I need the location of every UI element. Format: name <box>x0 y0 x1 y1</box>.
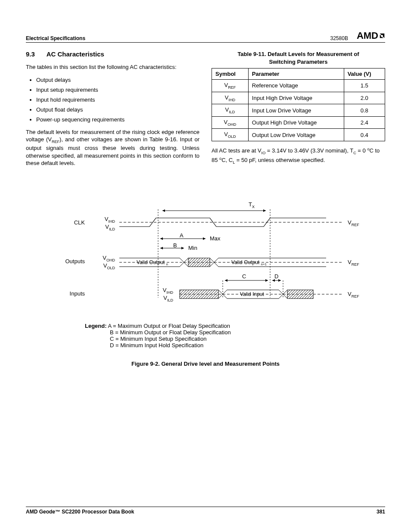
amd-arrow-icon <box>379 33 385 39</box>
col-value: Value (V) <box>344 68 385 80</box>
svg-text:VIHD: VIHD <box>163 287 174 295</box>
default-levels-paragraph: The default levels for measurement of th… <box>26 128 199 167</box>
header-right: 32580B AMD <box>330 30 385 41</box>
figure-legend: Legend: A = Maximum Output or Float Dela… <box>85 323 326 348</box>
page: Electrical Specifications 32580B AMD 9.3… <box>0 0 411 532</box>
header-section-name: Electrical Specifications <box>26 35 85 41</box>
page-footer: AMD Geode™ SC2200 Processor Data Book 38… <box>26 507 385 515</box>
svg-text:VREF: VREF <box>348 219 359 227</box>
table-row: VREF Reference Voltage 1.5 <box>212 80 385 92</box>
doc-number: 32580B <box>330 35 348 41</box>
list-item: Output float delays <box>36 106 199 113</box>
outputs-label: Outputs <box>65 258 85 264</box>
page-header: Electrical Specifications 32580B AMD <box>26 30 385 43</box>
test-conditions-note: All AC tests are at VIO = 3.14V to 3.46V… <box>212 146 385 165</box>
inputs-label: Inputs <box>70 290 85 297</box>
left-column: 9.3 AC Characteristics The tables in thi… <box>26 50 199 173</box>
svg-text:Valid Output n+1: Valid Output n+1 <box>231 259 267 266</box>
svg-text:VILD: VILD <box>105 224 115 231</box>
figure-caption: Figure 9-2. General Drive level and Meas… <box>26 361 385 367</box>
list-item: Power-up sequencing requirements <box>36 116 199 123</box>
svg-text:VREF: VREF <box>348 259 359 267</box>
svg-text:Max: Max <box>210 235 221 242</box>
svg-text:VOLD: VOLD <box>103 262 115 270</box>
section-heading: 9.3 AC Characteristics <box>26 50 199 58</box>
list-item: Input setup requirements <box>36 87 199 93</box>
svg-text:Valid Input: Valid Input <box>240 291 264 297</box>
section-title-text: AC Characteristics <box>47 50 104 58</box>
amd-logo-text: AMD <box>357 30 378 41</box>
table-row: VOLD Output Low Drive Voltage 0.4 <box>212 129 385 141</box>
page-number: 381 <box>377 509 385 515</box>
svg-text:A: A <box>180 232 184 239</box>
intro-paragraph: The tables in this section list the foll… <box>26 63 199 71</box>
svg-text:D: D <box>274 273 278 280</box>
svg-text:Min: Min <box>188 245 197 251</box>
svg-text:C: C <box>242 273 246 280</box>
table-row: VIHD Input High Drive Voltage 2.0 <box>212 92 385 104</box>
measurement-levels-table: Symbol Parameter Value (V) VREF Referenc… <box>212 68 385 141</box>
svg-text:VREF: VREF <box>348 291 359 299</box>
clk-label: CLK <box>74 219 85 226</box>
footer-title: AMD Geode™ SC2200 Processor Data Book <box>26 509 134 515</box>
timing-diagram-figure: TX CLK VIHD VILD VREF A Max B Min <box>26 199 385 367</box>
table-caption: Table 9-11. Default Levels for Measureme… <box>212 50 385 65</box>
amd-logo: AMD <box>357 30 385 41</box>
table-row: VOHD Output High Drive Voltage 2.4 <box>212 116 385 129</box>
table-row: VILD Input Low Drive Voltage 0.8 <box>212 104 385 117</box>
svg-text:B: B <box>173 242 177 249</box>
col-parameter: Parameter <box>248 68 344 80</box>
right-column: Table 9-11. Default Levels for Measureme… <box>212 50 385 173</box>
tx-label: TX <box>249 201 255 209</box>
table-header-row: Symbol Parameter Value (V) <box>212 68 385 80</box>
svg-text:VOHD: VOHD <box>103 255 115 262</box>
list-item: Input hold requirements <box>36 96 199 103</box>
svg-text:VIHD: VIHD <box>105 216 115 224</box>
list-item: Output delays <box>36 77 199 83</box>
svg-text:Valid Output n: Valid Output n <box>137 259 168 266</box>
timing-diagram-svg: TX CLK VIHD VILD VREF A Max B Min <box>50 199 361 311</box>
section-number: 9.3 <box>26 50 45 58</box>
characteristics-list: Output delays Input setup requirements I… <box>26 77 199 123</box>
two-column-layout: 9.3 AC Characteristics The tables in thi… <box>26 50 385 173</box>
col-symbol: Symbol <box>212 68 249 80</box>
svg-text:VILD: VILD <box>163 295 173 302</box>
